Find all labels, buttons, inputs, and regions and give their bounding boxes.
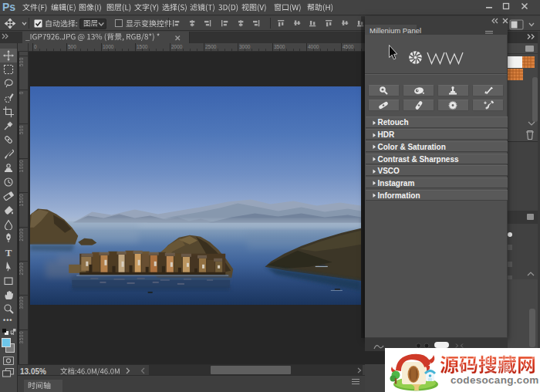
svg-text:T: T	[5, 247, 12, 258]
